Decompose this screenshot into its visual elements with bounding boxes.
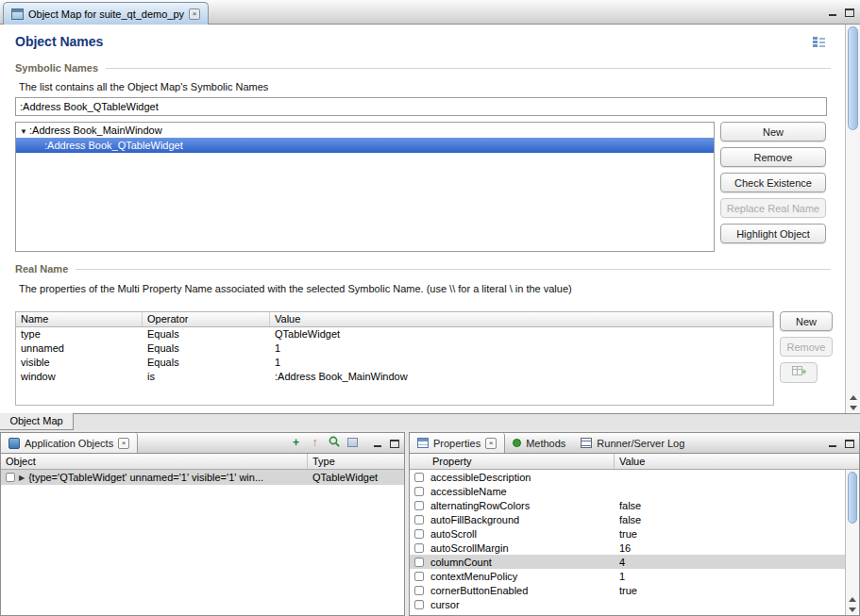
cell-operator: Equals <box>143 341 270 356</box>
tab-properties[interactable]: Properties × <box>410 433 505 453</box>
new-symbolic-button[interactable]: New <box>720 122 826 142</box>
check-existence-button[interactable]: Check Existence <box>720 173 826 192</box>
table-row[interactable]: visible Equals 1 <box>16 356 773 370</box>
cell-operator: Equals <box>143 327 270 341</box>
value-cell: true <box>615 528 859 540</box>
symbolic-name-input[interactable] <box>15 97 827 116</box>
row-checkbox[interactable] <box>414 501 424 510</box>
view-menu-icon[interactable] <box>812 36 827 50</box>
row-checkbox[interactable] <box>414 558 424 567</box>
table-row[interactable]: unnamed Equals 1 <box>16 341 773 356</box>
highlight-object-button[interactable]: Highlight Object <box>720 224 826 243</box>
page-title: Object Names <box>15 34 103 49</box>
editor-scrollbar[interactable] <box>845 25 860 413</box>
scroll-down-icon[interactable] <box>846 403 860 413</box>
table-row[interactable]: type Equals QTableWidget <box>16 327 773 341</box>
row-checkbox[interactable] <box>414 529 424 539</box>
minimize-icon[interactable] <box>373 439 382 448</box>
row-checkbox[interactable] <box>414 473 424 482</box>
scroll-down-icon[interactable] <box>846 605 859 615</box>
application-objects-toolbar: + ↑ <box>288 435 361 451</box>
editor-tabbar: Object Map for suite_qt_demo_py × <box>0 0 860 25</box>
tab-runner-server-log[interactable]: Runner/Server Log <box>573 433 692 453</box>
replace-real-name-button: Replace Real Name <box>720 198 826 218</box>
add-property-icon <box>792 366 806 379</box>
table-row[interactable]: autoScrollMargin 16 <box>410 541 859 555</box>
property-cell: cursor <box>430 599 615 610</box>
table-row[interactable]: window is :Address Book_MainWindow <box>16 370 773 384</box>
tree-item-label: :Address Book_MainWindow <box>29 125 162 136</box>
scroll-up-icon[interactable] <box>846 392 860 403</box>
tab-methods[interactable]: Methods <box>505 433 573 453</box>
table-row[interactable]: contextMenuPolicy 1 <box>410 569 859 583</box>
real-name-buttons: New Remove <box>780 311 833 383</box>
table-row[interactable]: cornerButtonEnabled true <box>410 583 859 597</box>
table-row[interactable]: autoFillBackground false <box>410 512 859 526</box>
minimize-icon[interactable] <box>828 8 837 17</box>
scrollbar-thumb[interactable] <box>848 26 858 130</box>
maximize-icon[interactable] <box>845 8 854 17</box>
property-cell: cornerButtonEnabled <box>430 585 615 596</box>
page-tabs-separator <box>0 413 860 414</box>
symbolic-buttons: New Remove Check Existence Replace Real … <box>720 122 826 243</box>
add-object-icon[interactable]: + <box>288 435 304 451</box>
editor-tab-object-map[interactable]: Object Map for suite_qt_demo_py × <box>3 2 209 25</box>
table-row[interactable]: accessibleName <box>410 484 859 498</box>
column-header-value[interactable]: Value <box>270 312 773 326</box>
property-cell: accessibleName <box>430 486 615 497</box>
cell-name: window <box>16 370 143 384</box>
add-property-icon-button <box>780 362 818 383</box>
close-icon[interactable]: × <box>189 8 200 20</box>
column-header-name[interactable]: Name <box>16 312 143 326</box>
tree-expanded-icon[interactable]: ▼ <box>18 125 29 140</box>
new-property-button[interactable]: New <box>780 311 833 331</box>
object-map-page-tab[interactable]: Object Map <box>0 413 74 430</box>
value-cell: 1 <box>615 571 859 582</box>
type-cell: QTableWidget <box>308 472 404 483</box>
close-icon[interactable]: × <box>485 438 497 449</box>
maximize-icon[interactable] <box>845 440 854 448</box>
pick-object-icon[interactable] <box>326 435 342 451</box>
parent-object-icon[interactable]: ↑ <box>307 435 323 451</box>
properties-panel: Properties × Methods Runner/Server Log P… <box>409 432 860 616</box>
row-checkbox[interactable] <box>414 586 424 595</box>
minimize-icon[interactable] <box>828 439 837 448</box>
table-row[interactable]: accessibleDescription <box>410 470 859 484</box>
object-map-tool-icon[interactable] <box>345 435 361 451</box>
row-checkbox[interactable] <box>6 473 15 482</box>
maximize-icon[interactable] <box>390 440 399 448</box>
table-row[interactable]: autoScroll true <box>410 526 859 541</box>
application-objects-panel: Application Objects × + ↑ Object <box>0 432 405 616</box>
symbolic-names-tree[interactable]: ▼:Address Book_MainWindow :Address Book_… <box>15 122 715 252</box>
twistie-collapsed-icon[interactable]: ▶ <box>19 474 25 482</box>
column-header-object[interactable]: Object <box>1 454 308 469</box>
tab-application-objects[interactable]: Application Objects × <box>1 433 138 453</box>
remove-symbolic-button[interactable]: Remove <box>720 147 826 167</box>
properties-scrollbar[interactable] <box>845 470 859 615</box>
row-checkbox[interactable] <box>414 543 424 553</box>
tree-item-qtablewidget[interactable]: :Address Book_QTableWidget <box>16 138 714 153</box>
cell-value: QTableWidget <box>270 327 773 341</box>
scroll-up-icon[interactable] <box>846 594 859 605</box>
row-checkbox[interactable] <box>414 600 424 609</box>
row-checkbox[interactable] <box>414 572 424 581</box>
application-objects-tabbar: Application Objects × + ↑ <box>1 433 404 454</box>
row-checkbox[interactable] <box>414 515 424 524</box>
table-row-selected[interactable]: columnCount 4 <box>410 555 859 569</box>
table-row[interactable]: alternatingRowColors false <box>410 498 859 512</box>
section-separator <box>76 269 831 270</box>
column-header-operator[interactable]: Operator <box>143 312 270 326</box>
real-name-table-header: Name Operator Value <box>16 312 773 327</box>
real-name-table: Name Operator Value type Equals QTableWi… <box>15 311 774 406</box>
column-header-type[interactable]: Type <box>308 454 404 469</box>
scrollbar-thumb[interactable] <box>848 472 857 524</box>
column-header-value[interactable]: Value <box>615 454 859 469</box>
row-checkbox[interactable] <box>414 487 424 496</box>
tree-item-mainwindow[interactable]: ▼:Address Book_MainWindow <box>16 123 714 138</box>
panel-window-controls <box>373 439 399 448</box>
symbolic-names-section-header: Symbolic Names <box>15 62 831 74</box>
table-row[interactable]: cursor <box>410 597 859 611</box>
table-row[interactable]: ▶ {type='QTableWidget' unnamed='1' visib… <box>1 470 404 485</box>
close-icon[interactable]: × <box>118 438 129 449</box>
column-header-property[interactable]: Property <box>410 454 615 469</box>
